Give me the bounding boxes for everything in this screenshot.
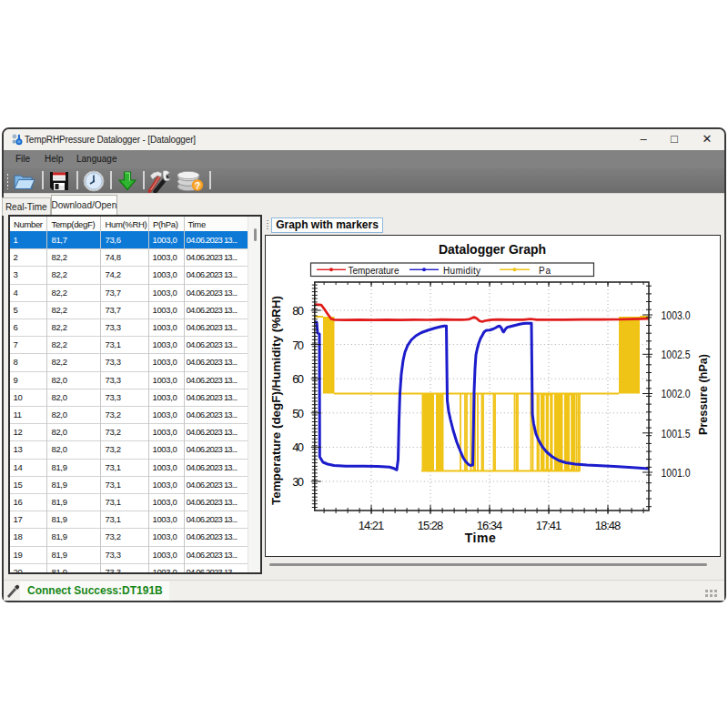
svg-text:15:28: 15:28 [418, 519, 443, 532]
svg-text:1003.0: 1003.0 [662, 308, 691, 322]
svg-text:Pa: Pa [539, 266, 551, 276]
svg-text:1002.0: 1002.0 [662, 387, 691, 400]
svg-text:Humidity: Humidity [443, 266, 480, 276]
svg-text:Temperature (degF)/Humidity (%: Temperature (degF)/Humidity (%RH) [269, 296, 283, 505]
svg-text:60: 60 [292, 372, 304, 386]
svg-text:1001.0: 1001.0 [662, 466, 691, 480]
svg-text:50: 50 [292, 407, 304, 420]
svg-text:?: ? [195, 181, 200, 191]
svg-text:Temperature: Temperature [349, 266, 399, 276]
svg-text:1002.5: 1002.5 [662, 348, 691, 361]
svg-text:Datalogger Graph: Datalogger Graph [439, 242, 546, 257]
svg-text:1001.5: 1001.5 [662, 427, 691, 440]
svg-text:80: 80 [292, 304, 304, 318]
svg-text:17:41: 17:41 [536, 519, 561, 532]
svg-text:14:21: 14:21 [359, 519, 384, 532]
svg-text:70: 70 [292, 339, 304, 352]
svg-text:18:48: 18:48 [595, 519, 621, 532]
svg-text:Pressure (hPa): Pressure (hPa) [697, 354, 710, 435]
svg-text:30: 30 [292, 475, 304, 489]
svg-text:40: 40 [292, 440, 304, 454]
svg-text:Time: Time [465, 531, 496, 545]
